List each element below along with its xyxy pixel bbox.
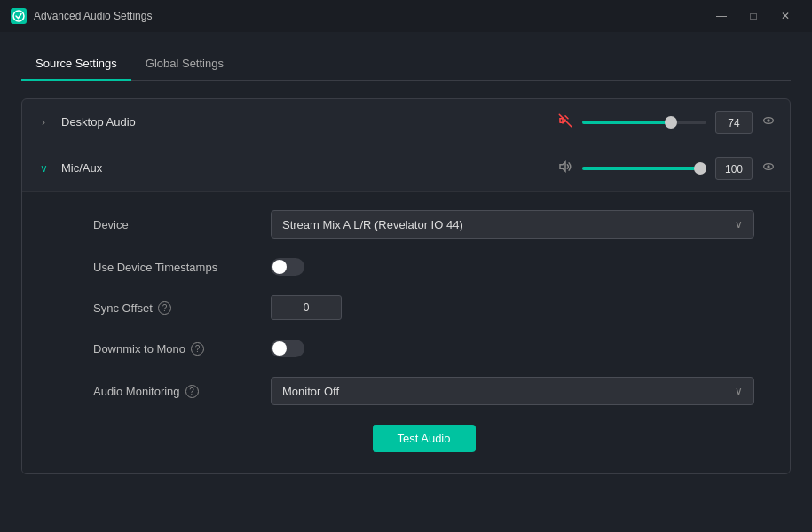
svg-point-0	[13, 11, 24, 21]
window-controls: — □ ✕	[706, 0, 801, 32]
mic-aux-eye-icon[interactable]	[761, 160, 776, 176]
mic-aux-controls: 100	[557, 157, 776, 180]
sync-offset-row: Sync Offset ? 0	[93, 295, 754, 320]
minimize-button[interactable]: —	[706, 0, 737, 32]
device-dropdown-chevron: ∨	[735, 218, 743, 231]
svg-marker-3	[560, 161, 565, 171]
desktop-audio-name: Desktop Audio	[61, 115, 557, 129]
downmix-to-mono-thumb	[272, 341, 287, 356]
audio-monitoring-label: Audio Monitoring ?	[93, 385, 271, 398]
mic-aux-row: ∨ Mic/Aux 100	[22, 145, 790, 192]
app-icon	[11, 8, 27, 24]
titlebar: Advanced Audio Settings — □ ✕	[0, 0, 812, 32]
desktop-audio-eye-icon[interactable]	[761, 113, 776, 130]
use-device-timestamps-row: Use Device Timestamps	[93, 258, 754, 276]
device-value: Stream Mix A L/R (Revelator IO 44)	[282, 218, 463, 231]
mic-aux-name: Mic/Aux	[61, 161, 557, 175]
device-dropdown[interactable]: Stream Mix A L/R (Revelator IO 44) ∨	[271, 210, 754, 239]
settings-panel: › Desktop Audio	[21, 98, 791, 474]
desktop-audio-chevron[interactable]: ›	[36, 116, 51, 129]
downmix-to-mono-toggle[interactable]	[271, 340, 304, 357]
audio-monitoring-help-icon[interactable]: ?	[185, 385, 199, 398]
svg-point-2	[767, 119, 769, 121]
mic-aux-mute-icon[interactable]	[557, 159, 573, 178]
downmix-to-mono-row: Downmix to Mono ?	[93, 340, 754, 357]
test-audio-row: Test Audio	[93, 425, 754, 452]
sync-offset-label: Sync Offset ?	[93, 301, 271, 315]
use-device-timestamps-label: Use Device Timestamps	[93, 261, 271, 274]
mic-aux-expanded: Device Stream Mix A L/R (Revelator IO 44…	[22, 192, 790, 473]
device-row: Device Stream Mix A L/R (Revelator IO 44…	[93, 210, 754, 239]
desktop-audio-row: › Desktop Audio	[22, 99, 790, 145]
desktop-audio-volume-slider[interactable]	[582, 121, 706, 124]
mic-aux-slider-wrapper	[582, 160, 706, 177]
device-label: Device	[93, 218, 271, 231]
test-audio-button[interactable]: Test Audio	[373, 425, 476, 452]
maximize-button[interactable]: □	[737, 0, 769, 32]
content-area: Source Settings Global Settings › Deskto…	[0, 32, 812, 492]
audio-monitoring-row: Audio Monitoring ? Monitor Off ∨	[93, 377, 754, 405]
sync-offset-input[interactable]: 0	[271, 295, 342, 320]
svg-point-5	[767, 165, 769, 168]
audio-monitoring-dropdown-chevron: ∨	[735, 385, 743, 397]
desktop-audio-mute-icon[interactable]	[557, 113, 573, 132]
tab-global-settings[interactable]: Global Settings	[131, 50, 238, 81]
sync-offset-help-icon[interactable]: ?	[158, 301, 171, 315]
mic-aux-volume-value: 100	[715, 157, 753, 180]
desktop-audio-controls: 74	[557, 111, 776, 134]
close-button[interactable]: ✕	[769, 0, 801, 32]
tabs-bar: Source Settings Global Settings	[21, 50, 791, 81]
mic-aux-volume-slider[interactable]	[582, 167, 706, 170]
desktop-audio-volume-value: 74	[715, 111, 753, 134]
use-device-timestamps-thumb	[272, 260, 287, 274]
desktop-audio-slider-wrapper	[582, 113, 706, 131]
audio-monitoring-value: Monitor Off	[282, 385, 339, 398]
downmix-to-mono-label: Downmix to Mono ?	[93, 342, 271, 356]
downmix-help-icon[interactable]: ?	[191, 342, 204, 356]
use-device-timestamps-toggle[interactable]	[271, 258, 304, 276]
mic-aux-chevron[interactable]: ∨	[36, 162, 51, 175]
tab-source-settings[interactable]: Source Settings	[21, 50, 131, 81]
window-title: Advanced Audio Settings	[34, 10, 706, 22]
audio-monitoring-dropdown[interactable]: Monitor Off ∨	[271, 377, 754, 405]
